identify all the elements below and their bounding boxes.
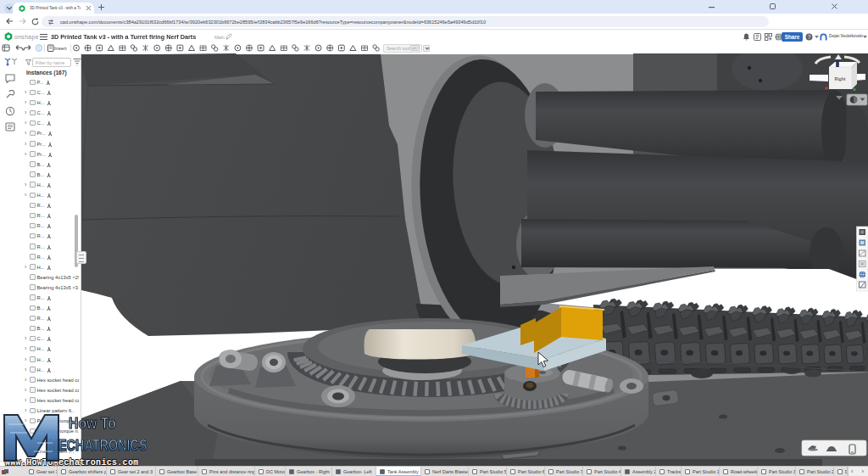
svg-text:?: ? [808, 33, 811, 39]
svg-text:Right: Right [835, 76, 846, 81]
